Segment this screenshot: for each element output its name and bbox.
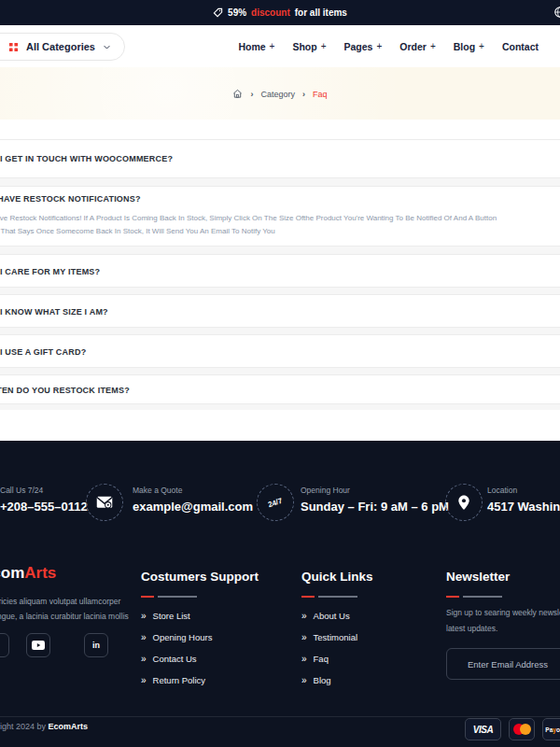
double-chevron-icon: »: [141, 675, 146, 685]
call-value[interactable]: +208–555–0112: [0, 500, 88, 514]
footer-link-opening-hours[interactable]: »Opening Hours: [141, 632, 212, 642]
nav-item-contact[interactable]: Contact: [502, 41, 539, 52]
faq-item[interactable]: HOW OFTEN DO YOU RESTOCK ITEMS?: [0, 374, 560, 404]
faq-item[interactable]: HOW DO I GET IN TOUCH WITH WOOCOMMERCE?: [0, 139, 560, 178]
page-banner: › Category › Faq: [0, 67, 560, 120]
discount-word: discount: [251, 7, 290, 18]
plus-icon: +: [270, 41, 275, 51]
breadcrumb: › Category › Faq: [0, 89, 560, 99]
breadcrumb-current: Faq: [313, 90, 328, 99]
visa-badge[interactable]: VISA: [465, 718, 501, 740]
contact-hours-block: Opening Hour Sunday – Fri: 9 aM – 6 pM: [301, 486, 449, 514]
heading-divider: [446, 596, 502, 598]
footer-link-blog[interactable]: »Blog: [301, 675, 331, 685]
social-icon-partial[interactable]: [0, 633, 9, 657]
double-chevron-icon: »: [301, 654, 306, 664]
double-chevron-icon: »: [141, 611, 146, 621]
faq-question[interactable]: HOW OFTEN DO YOU RESTOCK ITEMS?: [0, 386, 130, 395]
newsletter-title: Newsletter: [446, 570, 510, 584]
divider: [0, 288, 560, 294]
nav-item-blog[interactable]: Blog+: [454, 41, 484, 52]
newsletter-email-input[interactable]: [446, 648, 560, 680]
plus-icon: +: [321, 41, 327, 51]
hours-label: Opening Hour: [301, 486, 449, 495]
faq-question[interactable]: DO YOU HAVE RESTOCK NOTIFICATIONS?: [0, 194, 141, 204]
faq-item[interactable]: HOW DO I USE A GIFT CARD?: [0, 334, 560, 368]
footer-link-contact-us[interactable]: »Contact Us: [141, 654, 197, 664]
nav-item-order[interactable]: Order+: [399, 41, 435, 52]
faq-answer-line: Will Appear That Says Once Somecome Back…: [0, 227, 275, 235]
double-chevron-icon: »: [141, 654, 146, 664]
double-chevron-icon: »: [301, 675, 306, 685]
faq-item-expanded[interactable]: DO YOU HAVE RESTOCK NOTIFICATIONS? Yes, …: [0, 186, 560, 247]
plus-icon: +: [430, 41, 436, 51]
copyright-text: Copyright 2024 by EcomArts: [0, 722, 88, 731]
discount-topbar: 59% discount for all items: [0, 0, 560, 25]
heading-divider: [301, 596, 357, 598]
location-icon: [445, 484, 483, 521]
hours-value: Sunday – Fri: 9 aM – 6 pM: [301, 500, 449, 514]
newsletter-text: Sign up to searing weekly newsletter to …: [446, 605, 560, 637]
double-chevron-icon: »: [301, 632, 306, 642]
faq-answer-line: Yes, We Have Restock Notifications! If A…: [0, 214, 497, 222]
footer-link-faq[interactable]: »Faq: [301, 654, 329, 664]
breadcrumb-separator: ›: [250, 90, 253, 99]
contact-location-block: Location 4517 Washington Ave.: [487, 486, 560, 514]
faq-item[interactable]: HOW DO I CARE FOR MY ITEMS?: [0, 254, 560, 288]
all-categories-button[interactable]: All Categories: [0, 33, 125, 61]
footer-logo[interactable]: EcomArts: [0, 564, 56, 583]
nav-item-shop[interactable]: Shop+: [292, 41, 326, 52]
footer-link-store-list[interactable]: »Store List: [141, 611, 190, 621]
divider: [0, 368, 560, 374]
double-chevron-icon: »: [301, 611, 306, 621]
tag-icon: [213, 7, 223, 18]
call-label: Call Us 7/24: [0, 486, 88, 495]
footer-link-testimonial[interactable]: »Testimonial: [301, 632, 357, 642]
footer: Call Us 7/24 +208–555–0112 Make a Quote …: [0, 441, 560, 747]
divider: [0, 247, 560, 254]
breadcrumb-separator: ›: [302, 90, 305, 99]
payoneer-badge[interactable]: Payoneer: [542, 718, 560, 740]
double-chevron-icon: »: [141, 632, 146, 642]
globe-icon[interactable]: [553, 6, 560, 21]
home-icon[interactable]: [232, 89, 243, 99]
contact-call-block: Call Us 7/24 +208–555–0112: [0, 486, 88, 514]
faq-section: HOW DO I GET IN TOUCH WITH WOOCOMMERCE? …: [0, 120, 560, 441]
location-label: Location: [487, 486, 560, 495]
discount-rest: for all items: [295, 7, 347, 18]
faq-question[interactable]: HOW DO I CARE FOR MY ITEMS?: [0, 267, 100, 276]
heading-divider: [141, 596, 197, 598]
footer-link-return-policy[interactable]: »Return Policy: [141, 675, 205, 685]
breadcrumb-category[interactable]: Category: [260, 90, 295, 99]
footer-col-title: Costumers Support: [141, 570, 259, 584]
24-7-icon: 24/7: [257, 484, 294, 521]
divider: [0, 328, 560, 334]
all-categories-label: All Categories: [26, 41, 95, 52]
footer-link-about-us[interactable]: »About Us: [301, 611, 350, 621]
mail-icon: [86, 484, 123, 521]
quote-value[interactable]: example@gmail.com: [133, 500, 253, 514]
nav-item-home[interactable]: Home+: [238, 41, 274, 52]
contact-quote-block: Make a Quote example@gmail.com: [133, 486, 253, 514]
main-navbar: All Categories Home+ Shop+ Pages+ Order+…: [0, 25, 560, 67]
nav-item-pages[interactable]: Pages+: [344, 41, 383, 52]
faq-question[interactable]: HOW DO I KNOW WHAT SIZE I AM?: [0, 307, 108, 317]
footer-about-text: Ultricies aliquam volutpat ullamcorper c…: [0, 594, 129, 624]
linkedin-icon[interactable]: in: [84, 633, 108, 657]
mastercard-badge[interactable]: [509, 718, 535, 740]
quote-label: Make a Quote: [133, 486, 253, 495]
divider: [0, 404, 560, 410]
faq-item[interactable]: HOW DO I KNOW WHAT SIZE I AM?: [0, 294, 560, 328]
location-value: 4517 Washington Ave.: [487, 500, 560, 514]
divider: [0, 716, 560, 717]
nav-menu: Home+ Shop+ Pages+ Order+ Blog+ Contact: [238, 25, 539, 67]
youtube-icon[interactable]: [26, 633, 50, 657]
plus-icon: +: [479, 41, 484, 51]
footer-col-title: Quick Links: [301, 570, 373, 584]
plus-icon: +: [376, 41, 382, 51]
chevron-down-icon: [103, 43, 111, 51]
divider: [0, 178, 560, 186]
grid-icon: [8, 42, 19, 52]
faq-question[interactable]: HOW DO I GET IN TOUCH WITH WOOCOMMERCE?: [0, 154, 173, 163]
faq-question[interactable]: HOW DO I USE A GIFT CARD?: [0, 347, 86, 357]
